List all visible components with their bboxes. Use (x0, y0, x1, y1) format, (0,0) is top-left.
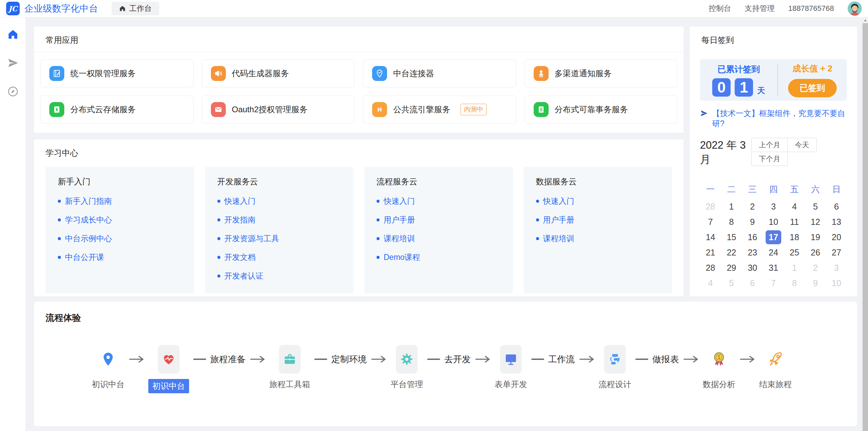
learning-link[interactable]: 新手入门指南 (65, 196, 112, 206)
calendar-day[interactable]: 13 (826, 214, 847, 230)
calendar-day[interactable]: 31 (763, 260, 784, 276)
connector-label: 旅程准备 (210, 353, 246, 365)
calendar-day[interactable]: 7 (700, 214, 721, 230)
calendar-day[interactable]: 14 (700, 230, 721, 245)
calendar-day[interactable]: 1 (784, 260, 805, 276)
flow-node-form-dev[interactable]: 表单开发 (495, 345, 527, 390)
calendar-day[interactable]: 2 (742, 199, 763, 214)
calendar-day[interactable]: 6 (826, 199, 847, 214)
calendar-day[interactable]: 20 (826, 230, 847, 245)
calendar-day[interactable]: 16 (742, 230, 763, 245)
calendar-day[interactable]: 10 (826, 276, 847, 291)
calendar-day[interactable]: 21 (700, 245, 721, 260)
learning-link[interactable]: 用户手册 (384, 215, 415, 225)
calendar-day[interactable]: 19 (805, 230, 826, 245)
bullet-dot (217, 275, 220, 278)
send-nav-icon[interactable] (7, 57, 19, 69)
flow-node-data-analysis[interactable]: 1 数据分析 (703, 345, 735, 390)
flow-node-intro-1[interactable]: 初识中台 (92, 345, 124, 390)
app-card-oauth[interactable]: Oauth2授权管理服务 (202, 96, 355, 123)
learning-link[interactable]: Demo课程 (384, 252, 420, 263)
calendar-day[interactable]: 29 (721, 260, 742, 276)
flow-node-end-journey[interactable]: 结束旅程 (759, 345, 792, 390)
user-avatar[interactable] (848, 1, 862, 16)
briefcase-icon (279, 345, 301, 374)
flow-node-platform-mgmt[interactable]: 平台管理 (390, 345, 423, 390)
calendar-day[interactable]: 4 (700, 276, 721, 291)
home-nav-icon[interactable] (7, 29, 19, 40)
learning-link[interactable]: 开发资源与工具 (224, 233, 279, 244)
learning-link[interactable]: 学习成长中心 (65, 215, 112, 225)
learning-link[interactable]: 开发指南 (224, 215, 256, 225)
calendar-day[interactable]: 17 (763, 230, 784, 245)
app-card-permission[interactable]: 统一权限管理服务 (40, 60, 194, 87)
calendar-day[interactable]: 22 (721, 245, 742, 260)
calendar-day[interactable]: 28 (700, 260, 721, 276)
scrollbar-up-arrow[interactable]: ▲ (863, 17, 868, 23)
nav-phone[interactable]: 18878765768 (788, 4, 834, 13)
scrollbar-thumb[interactable] (863, 23, 868, 431)
calendar: 2022 年 3 月 上个月 今天 下个月 一二三四五六日 2812345678… (700, 138, 847, 291)
learning-link[interactable]: 快速入门 (384, 196, 415, 206)
calendar-day[interactable]: 23 (742, 245, 763, 260)
news-link[interactable]: 【技术一文】框架组件，究竟要不要自研? (700, 108, 847, 129)
flow-node-toolbox[interactable]: 旅程工具箱 (269, 345, 310, 390)
compass-nav-icon[interactable] (7, 86, 19, 97)
dash-line (635, 359, 648, 360)
learning-link[interactable]: 快速入门 (543, 196, 574, 206)
signed-in-button[interactable]: 已签到 (788, 79, 837, 97)
mail-icon (211, 102, 226, 117)
calendar-day[interactable]: 10 (763, 214, 784, 230)
calendar-day[interactable]: 28 (700, 199, 721, 214)
calendar-day[interactable]: 25 (784, 245, 805, 260)
app-card-transaction[interactable]: 分布式可靠事务服务 (524, 96, 678, 123)
calendar-day[interactable]: 5 (805, 199, 826, 214)
learning-link[interactable]: 快速入门 (224, 196, 256, 206)
calendar-day[interactable]: 11 (784, 214, 805, 230)
calendar-day[interactable]: 6 (742, 276, 763, 291)
calendar-day[interactable]: 26 (805, 245, 826, 260)
calendar-day[interactable]: 24 (763, 245, 784, 260)
calendar-day[interactable]: 18 (784, 230, 805, 245)
calendar-day[interactable]: 7 (763, 276, 784, 291)
app-card-connector[interactable]: 中台连接器 (363, 60, 516, 87)
app-card-notify[interactable]: 多渠道通知服务 (524, 60, 678, 87)
learning-link[interactable]: 中台示例中心 (65, 233, 112, 244)
prev-month-button[interactable]: 上个月 (751, 138, 788, 152)
calendar-day[interactable]: 3 (763, 199, 784, 214)
day-digit: 0 (712, 78, 731, 97)
calendar-day[interactable]: 12 (805, 214, 826, 230)
nav-console[interactable]: 控制台 (708, 3, 731, 14)
next-month-button[interactable]: 下个月 (751, 152, 788, 166)
calendar-day[interactable]: 4 (784, 199, 805, 214)
calendar-day[interactable]: 1 (721, 199, 742, 214)
learning-link[interactable]: 课程培训 (543, 233, 574, 244)
calendar-day[interactable]: 9 (742, 214, 763, 230)
app-card-storage[interactable]: 分布式云存储服务 (40, 96, 194, 123)
calendar-day[interactable]: 27 (826, 245, 847, 260)
signin-growth-block: 成长值 + 2 已签到 (778, 59, 847, 101)
calendar-day[interactable]: 30 (742, 260, 763, 276)
learning-link[interactable]: 中台公开课 (65, 252, 104, 263)
app-card-codegen[interactable]: 代码生成器服务 (202, 60, 355, 87)
arrow-icon (739, 355, 755, 363)
tab-workbench[interactable]: 工作台 (112, 2, 159, 15)
calendar-day[interactable]: 5 (721, 276, 742, 291)
learning-link[interactable]: 开发者认证 (224, 271, 264, 281)
app-card-flow-engine[interactable]: H 公共流引擎服务 内测中 (363, 96, 516, 123)
learning-link[interactable]: 课程培训 (384, 233, 415, 244)
calendar-day[interactable]: 8 (784, 276, 805, 291)
heart-pulse-icon (158, 345, 180, 374)
calendar-day[interactable]: 3 (826, 260, 847, 276)
flow-node-process-design[interactable]: 流程设计 (599, 345, 631, 390)
flow-node-intro-2[interactable]: 初识中台 (148, 345, 189, 393)
calendar-day[interactable]: 9 (805, 276, 826, 291)
nav-support[interactable]: 支持管理 (745, 3, 774, 14)
learning-link[interactable]: 用户手册 (543, 215, 574, 225)
connector-label: 工作流 (548, 353, 575, 365)
calendar-day[interactable]: 15 (721, 230, 742, 245)
calendar-day[interactable]: 8 (721, 214, 742, 230)
learning-link[interactable]: 开发文档 (224, 252, 256, 263)
today-button[interactable]: 今天 (787, 138, 817, 152)
calendar-day[interactable]: 2 (805, 260, 826, 276)
